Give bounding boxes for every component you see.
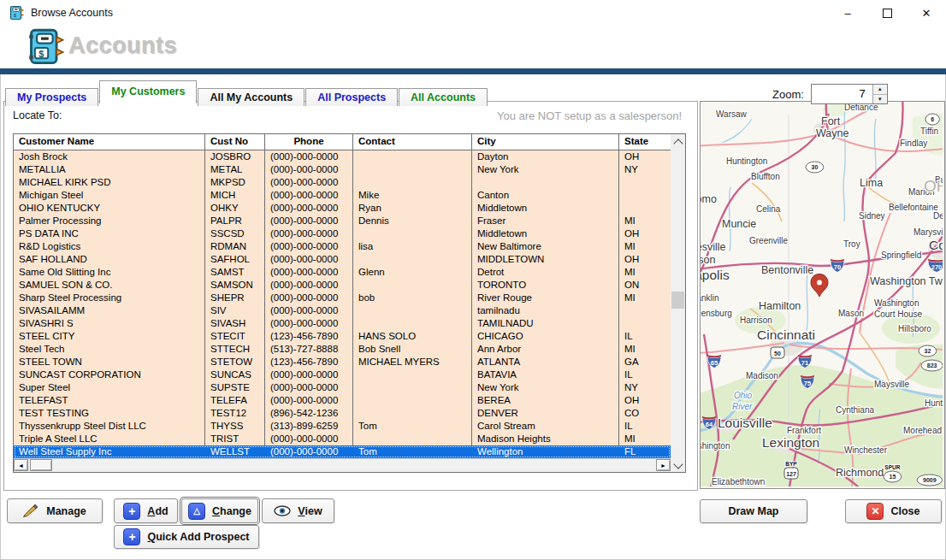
svg-text:BYP: BYP (785, 461, 797, 467)
horizontal-scroll-thumb[interactable] (30, 459, 52, 471)
column-header-phone[interactable]: Phone (265, 134, 353, 150)
cell-phone: (000)-000-0000 (265, 240, 353, 253)
add-button[interactable]: + Add (114, 498, 178, 523)
map-city-label: Delaware (933, 211, 943, 221)
table-row[interactable]: STEEL TOWNSTETOW(123)-456-7890MICHAEL MY… (14, 356, 671, 368)
zoom-down-arrow[interactable]: ▼ (873, 95, 887, 104)
cell-customer-name: Josh Brock (14, 150, 205, 163)
column-header-state[interactable]: State (619, 134, 671, 150)
cell-state: ON (619, 279, 671, 292)
cell-customer-name: SUNCAST CORPORATION (14, 368, 205, 381)
cell-cust-no: METAL (205, 163, 265, 176)
table-row[interactable]: TEST TESTINGTEST12(896)-542-1236DENVERCO (14, 407, 671, 420)
cell-state: MI (619, 266, 671, 279)
cell-phone: (000)-000-0000 (265, 189, 353, 202)
table-row[interactable]: SIVASHRI SSIVASH(000)-000-0000TAMILNADU (14, 317, 671, 330)
column-header-cust-no[interactable]: Cust No (205, 134, 265, 150)
table-row[interactable]: PS DATA INCSSCSD(000)-000-0000Middletown… (14, 227, 671, 240)
svg-text:$: $ (38, 49, 44, 59)
cell-customer-name: SAMUEL SON & CO. (14, 279, 205, 292)
map-city-label: Springfield (881, 251, 921, 260)
close-label: Close (890, 505, 919, 517)
table-row[interactable]: R&D LogisticsRDMAN(000)-000-0000lisaNew … (14, 240, 671, 253)
minimize-button[interactable]: – (828, 0, 867, 26)
cell-customer-name: TELEFAST (14, 394, 205, 407)
map-city-label: Anderson (701, 254, 716, 266)
table-row[interactable]: Well Steel Supply IncWELLST(000)-000-000… (14, 445, 671, 458)
table-row[interactable]: Triple A Steel LLCTRIST(000)-000-0000Mad… (14, 433, 671, 445)
map-city-label: Bentonville (761, 264, 813, 276)
map-city-label: Winchester (844, 445, 888, 455)
map-city-label: Bluffton (751, 172, 780, 181)
scroll-right-icon[interactable]: ► (656, 459, 671, 471)
cell-cust-no: STETOW (205, 356, 265, 368)
table-row[interactable]: SAMUEL SON & CO.SAMSON(000)-000-0000TORO… (14, 279, 671, 292)
cell-cust-no: SUNCAS (205, 368, 265, 381)
table-row[interactable]: Super SteelSUPSTE(000)-000-0000New YorkN… (14, 381, 671, 394)
svg-text:SPUR: SPUR (884, 464, 900, 470)
table-row[interactable]: TELEFASTTELEFA(000)-000-0000BEREAOH (14, 394, 671, 407)
table-row[interactable]: Palmer ProcessingPALPR(000)-000-0000Denn… (14, 215, 671, 227)
table-row[interactable]: Michigan SteelMICH(000)-000-0000MikeCant… (14, 189, 671, 202)
column-header-city[interactable]: City (472, 134, 619, 150)
cell-cust-no: SIV (205, 304, 265, 317)
column-header-customer-name[interactable]: Customer Name (14, 134, 205, 150)
scroll-up-icon[interactable] (673, 139, 683, 148)
map-city-label: Cynthiana (836, 405, 874, 415)
table-row[interactable]: METALLIAMETAL(000)-000-0000New YorkNY (14, 163, 671, 176)
tab-all-my-accounts[interactable]: All My Accounts (198, 88, 304, 106)
cell-phone: (000)-000-0000 (265, 253, 353, 266)
cell-city: TORONTO (472, 279, 619, 292)
map-city-label: Louisville (718, 416, 772, 430)
column-header-contact[interactable]: Contact (353, 134, 472, 150)
table-row[interactable]: Same Old Slitting IncSAMST(000)-000-0000… (14, 266, 671, 279)
cell-state (619, 304, 671, 317)
draw-map-button[interactable]: Draw Map (700, 499, 807, 523)
table-row[interactable]: Steel TechSTTECH(513)-727-8888Bob SnellA… (14, 343, 671, 356)
view-button[interactable]: View (262, 498, 334, 523)
manage-button[interactable]: Manage (7, 498, 103, 523)
svg-text:71: 71 (801, 359, 808, 367)
tab-all-prospects[interactable]: All Prospects (305, 88, 398, 106)
close-button[interactable]: ✕ Close (845, 499, 942, 523)
zoom-up-arrow[interactable]: ▲ (873, 85, 887, 95)
vertical-scroll-thumb[interactable] (671, 292, 684, 309)
cell-city: ATLANTA (472, 356, 619, 368)
change-button[interactable]: △ Change (181, 498, 258, 523)
add-label: Add (147, 505, 168, 517)
scroll-left-icon[interactable]: ◄ (14, 459, 28, 471)
table-row[interactable]: Sharp Steel ProcessingSHEPR(000)-000-000… (14, 292, 671, 304)
horizontal-scrollbar[interactable]: ◄ ► (14, 458, 671, 472)
cell-cust-no: SAMSON (205, 279, 265, 292)
table-row[interactable]: SUNCAST CORPORATIONSUNCAS(000)-000-0000B… (14, 368, 671, 381)
table-row[interactable]: MICHAEL KIRK PSDMKPSD(000)-000-0000 (14, 176, 671, 189)
maximize-button[interactable] (867, 0, 907, 26)
map-city-label: Huntington (925, 398, 943, 408)
map-city-label: Indianapolis (701, 268, 730, 282)
cell-state: FL (619, 445, 671, 458)
tab-my-prospects[interactable]: My Prospects (5, 88, 98, 106)
cell-contact: lisa (353, 240, 472, 253)
table-row[interactable]: SAF HOLLANDSAFHOL(000)-000-0000MIDDLETOW… (14, 253, 671, 266)
table-row[interactable]: Thyssenkrupp Steel Dist LLCTHYSS(313)-89… (14, 420, 671, 433)
cell-customer-name: STEEL CITY (14, 330, 205, 343)
table-row[interactable]: OHIO KENTUCKYOHKY(000)-000-0000RyanMiddl… (14, 202, 671, 215)
scroll-down-icon[interactable] (673, 459, 683, 469)
table-row[interactable]: SIVASAILAMMSIV(000)-000-0000tamilnadu (14, 304, 671, 317)
cell-city: DENVER (472, 407, 619, 420)
vertical-scrollbar[interactable] (671, 134, 685, 472)
close-window-button[interactable]: ✕ (907, 0, 946, 26)
tab-my-customers[interactable]: My Customers (99, 80, 197, 103)
map-panel[interactable]: WarsawFortWayneDefianceTiffinFindlayHunt… (700, 101, 945, 489)
quick-add-prospect-button[interactable]: + Quick Add Prospect (114, 525, 259, 549)
map-city-label: Tiffin (920, 127, 938, 136)
table-row[interactable]: Josh BrockJOSBRO(000)-000-0000DaytonOH (14, 150, 671, 163)
table-row[interactable]: STEEL CITYSTECIT(123)-456-7890HANS SOLOC… (14, 330, 671, 343)
cell-customer-name: SIVASAILAMM (14, 304, 205, 317)
cell-city: BEREA (472, 394, 619, 407)
map-route-shield-50: 50 (771, 347, 784, 358)
svg-text:30: 30 (812, 164, 819, 170)
zoom-value[interactable]: 7 (812, 85, 872, 103)
tab-all-accounts[interactable]: All Accounts (399, 88, 488, 106)
zoom-input[interactable]: 7 ▲ ▼ (811, 84, 888, 104)
